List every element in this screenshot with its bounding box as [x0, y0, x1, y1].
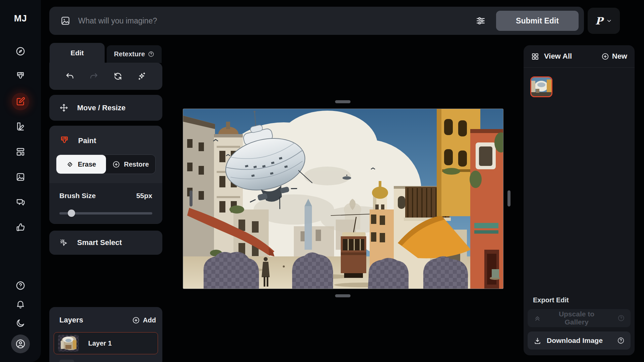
sidebar-item-chat[interactable]: [12, 193, 29, 211]
paint-icon: [59, 136, 69, 146]
move-icon: [59, 103, 68, 112]
move-resize-label: Move / Resize: [77, 104, 125, 112]
editor-tabs: Edit Retexture: [49, 43, 162, 63]
sidebar-item-media[interactable]: [12, 168, 29, 186]
sidebar-item-rate[interactable]: [12, 219, 29, 236]
thumbs-up-icon: [15, 222, 25, 232]
settings-sliders-icon[interactable]: [475, 15, 486, 26]
gallery-thumbnails: [524, 68, 635, 296]
submit-edit-button[interactable]: Submit Edit: [496, 11, 579, 31]
sidebar: MJ: [0, 0, 41, 362]
move-resize-tool[interactable]: Move / Resize: [49, 95, 162, 121]
sidebar-bottom: [11, 278, 30, 353]
sparkles-icon: [137, 72, 146, 81]
sidebar-item-style[interactable]: [12, 118, 29, 135]
sidebar-item-create[interactable]: [12, 68, 29, 85]
redo-button[interactable]: [89, 72, 98, 81]
history-toolbar: [49, 63, 162, 90]
smart-select-tool[interactable]: Smart Select: [49, 231, 162, 255]
brush-size-slider[interactable]: [59, 209, 152, 217]
help-icon: [15, 281, 25, 291]
eraser-icon: [66, 161, 74, 168]
brush-size-section: Brush Size 55px: [49, 183, 162, 224]
upscale-to-gallery-button[interactable]: Upscale to Gallery: [528, 309, 631, 327]
refresh-icon: [113, 72, 122, 81]
undo-icon: [65, 72, 74, 81]
layer-thumbnail: [58, 335, 79, 352]
app-logo: MJ: [14, 13, 27, 24]
moon-icon: [15, 318, 25, 328]
layer-name: Layer 1: [88, 340, 112, 347]
paint-tool-card: Paint Erase Restore Brush Size 55px: [49, 126, 162, 224]
sidebar-item-theme[interactable]: [13, 316, 28, 330]
grid-icon: [531, 52, 539, 61]
restore-label: Restore: [124, 161, 149, 168]
plus-circle-icon: [112, 161, 120, 168]
erase-mode-button[interactable]: Erase: [56, 155, 106, 174]
chevron-down-icon: [606, 18, 612, 24]
restore-mode-button[interactable]: Restore: [106, 155, 156, 174]
plus-circle-icon: [601, 53, 609, 60]
plus-circle-icon: [132, 316, 140, 324]
sidebar-item-explore[interactable]: [12, 43, 29, 60]
download-image-button[interactable]: Download Image: [528, 331, 631, 350]
canvas-resize-handle-bottom[interactable]: [335, 294, 351, 297]
layers-panel: Layers Add: [49, 307, 162, 362]
sidebar-item-account[interactable]: [11, 335, 30, 353]
add-layer-label: Add: [143, 316, 156, 324]
canvas-resize-handle-right[interactable]: [507, 190, 511, 206]
swatches-icon: [15, 122, 25, 132]
new-edit-label: New: [612, 52, 627, 61]
download-icon: [534, 337, 541, 345]
chat-icon: [15, 197, 25, 207]
image-icon: [15, 172, 25, 182]
enhance-button[interactable]: [137, 72, 146, 81]
profile-initial: P: [595, 15, 603, 27]
sidebar-item-notifications[interactable]: [13, 297, 28, 312]
sidebar-item-help[interactable]: [13, 278, 28, 293]
layers-title: Layers: [59, 316, 83, 324]
upscale-label: Upscale to Gallery: [546, 310, 606, 326]
paint-mode-toggle: Erase Restore: [56, 155, 156, 174]
paintbrush-icon: [15, 71, 25, 81]
reset-button[interactable]: [113, 72, 122, 81]
gallery-header: View All New: [524, 45, 635, 68]
view-all-label[interactable]: View All: [544, 52, 572, 61]
bell-icon: [15, 299, 25, 309]
brush-size-label: Brush Size: [59, 192, 96, 200]
paint-title: Paint: [78, 136, 96, 145]
help-circle-icon: [618, 314, 625, 322]
layer-list-item[interactable]: Layer 1: [54, 332, 158, 354]
new-edit-button[interactable]: New: [601, 52, 627, 61]
profile-menu-button[interactable]: P: [588, 8, 620, 34]
brush-size-value: 55px: [136, 192, 152, 200]
compass-icon: [15, 46, 25, 56]
chevrons-up-icon: [534, 314, 541, 322]
layer-list-overflow: [59, 360, 74, 362]
help-circle-icon: [617, 337, 625, 344]
canvas-resize-handle-top[interactable]: [335, 100, 351, 103]
add-layer-button[interactable]: Add: [132, 316, 156, 324]
sidebar-nav: [12, 43, 29, 244]
prompt-input[interactable]: What will you imagine?: [78, 16, 157, 25]
canvas-resize-handle-left[interactable]: [190, 190, 193, 206]
sidebar-item-organize[interactable]: [12, 143, 29, 161]
undo-button[interactable]: [65, 72, 74, 81]
export-title: Export Edit: [533, 296, 631, 304]
user-circle-icon: [15, 339, 26, 349]
tab-retexture[interactable]: Retexture: [107, 45, 162, 63]
export-section: Export Edit Upscale to Gallery Download …: [524, 296, 635, 355]
session-gallery-panel: View All New Export Edit Upscale to Gall…: [524, 45, 635, 355]
sidebar-item-edit[interactable]: [12, 93, 29, 110]
tab-edit[interactable]: Edit: [50, 43, 105, 63]
redo-icon: [89, 72, 98, 81]
prompt-bar[interactable]: What will you imagine? Submit Edit: [49, 7, 584, 35]
slider-thumb[interactable]: [68, 209, 75, 217]
layout-icon: [15, 147, 25, 157]
edit-canvas[interactable]: [183, 109, 503, 289]
tab-retexture-label: Retexture: [114, 50, 145, 58]
help-circle-icon: [148, 51, 154, 57]
erase-label: Erase: [78, 161, 96, 168]
gallery-thumbnail-selected[interactable]: [530, 76, 552, 97]
download-label: Download Image: [547, 337, 603, 345]
